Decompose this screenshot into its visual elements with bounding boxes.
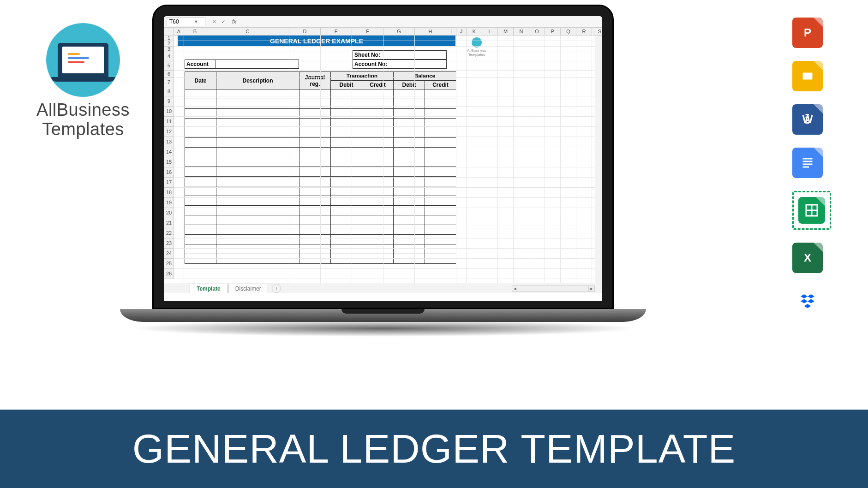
column-headers[interactable]: ABCDEFGHIJKLMNOPQRS bbox=[174, 27, 602, 36]
brand-logo-icon bbox=[46, 23, 120, 97]
page-banner: GENERAL LEDGER TEMPLATE bbox=[0, 410, 868, 488]
col-header-B[interactable]: B bbox=[184, 27, 206, 36]
col-trans-credit: Credit bbox=[362, 81, 394, 89]
row-header-9[interactable]: 9 bbox=[164, 96, 174, 107]
col-balance: Balance bbox=[394, 72, 456, 81]
row-header-16[interactable]: 16 bbox=[164, 167, 174, 178]
row-header-13[interactable]: 13 bbox=[164, 137, 174, 147]
col-header-E[interactable]: E bbox=[321, 27, 352, 36]
row-header-7[interactable]: 7 bbox=[164, 78, 174, 87]
laptop-mockup: ▼ ✕ ✓ fx ABCDEFGHIJKLMNOPQRS 12345678910… bbox=[152, 5, 614, 337]
row-header-23[interactable]: 23 bbox=[164, 238, 174, 249]
brand-logo: AllBusinessTemplates bbox=[35, 23, 132, 139]
formula-bar: ▼ ✕ ✓ fx bbox=[164, 16, 602, 27]
row-header-22[interactable]: 22 bbox=[164, 228, 174, 238]
col-header-M[interactable]: M bbox=[498, 27, 514, 36]
ledger-title: GENERAL LEDGER EXAMPLE bbox=[178, 36, 455, 47]
name-box[interactable]: ▼ bbox=[167, 17, 205, 26]
col-header-D[interactable]: D bbox=[289, 27, 321, 36]
select-all-corner[interactable] bbox=[164, 27, 174, 36]
sheet-tab-bar: Template Disclaimer + ◄ ► bbox=[164, 283, 602, 293]
google-slides-icon[interactable] bbox=[792, 61, 823, 91]
excel-icon[interactable]: X bbox=[792, 243, 823, 273]
col-transaction: Transaction bbox=[331, 72, 394, 81]
col-header-P[interactable]: P bbox=[545, 27, 561, 36]
spreadsheet-app: ▼ ✕ ✓ fx ABCDEFGHIJKLMNOPQRS 12345678910… bbox=[154, 6, 612, 308]
col-header-I[interactable]: I bbox=[446, 27, 456, 36]
scroll-left-icon[interactable]: ◄ bbox=[512, 286, 518, 292]
row-header-24[interactable]: 24 bbox=[164, 249, 174, 259]
row-header-21[interactable]: 21 bbox=[164, 218, 174, 228]
row-header-18[interactable]: 18 bbox=[164, 188, 174, 198]
laptop-shadow bbox=[129, 320, 637, 337]
vertical-scrollbar[interactable] bbox=[595, 27, 602, 283]
fx-label[interactable]: fx bbox=[232, 18, 236, 25]
row-header-14[interactable]: 14 bbox=[164, 147, 174, 157]
laptop-base bbox=[120, 309, 646, 322]
banner-title: GENERAL LEDGER TEMPLATE bbox=[132, 425, 736, 472]
google-sheets-highlighted[interactable] bbox=[792, 191, 831, 230]
col-bal-credit: Credit bbox=[425, 81, 456, 89]
brand-name: AllBusinessTemplates bbox=[35, 101, 132, 139]
col-header-R[interactable]: R bbox=[576, 27, 592, 36]
row-header-12[interactable]: 12 bbox=[164, 127, 174, 137]
row-header-3[interactable]: 3 bbox=[164, 47, 174, 52]
row-header-6[interactable]: 6 bbox=[164, 71, 174, 78]
row-header-26[interactable]: 26 bbox=[164, 269, 174, 279]
row-header-4[interactable]: 4 bbox=[164, 52, 174, 61]
row-header-5[interactable]: 5 bbox=[164, 61, 174, 71]
col-header-A[interactable]: A bbox=[174, 27, 184, 36]
row-header-25[interactable]: 25 bbox=[164, 259, 174, 269]
tab-disclaimer[interactable]: Disclaimer bbox=[228, 284, 268, 293]
col-header-F[interactable]: F bbox=[352, 27, 383, 36]
cell-area[interactable]: GENERAL LEDGER EXAMPLE AllBusiness Templ… bbox=[174, 36, 602, 293]
scroll-right-icon[interactable]: ► bbox=[588, 286, 595, 292]
powerpoint-icon[interactable]: P bbox=[792, 18, 823, 48]
tab-template[interactable]: Template bbox=[190, 284, 227, 293]
svg-rect-0 bbox=[803, 73, 813, 80]
row-header-8[interactable]: 8 bbox=[164, 87, 174, 96]
row-header-11[interactable]: 11 bbox=[164, 117, 174, 127]
google-sheets-icon[interactable] bbox=[798, 197, 825, 224]
col-trans-debit: Debit bbox=[331, 81, 362, 89]
row-header-20[interactable]: 20 bbox=[164, 208, 174, 218]
col-header-K[interactable]: K bbox=[467, 27, 482, 36]
col-bal-debit: Debit bbox=[394, 81, 425, 89]
add-sheet-button[interactable]: + bbox=[272, 284, 281, 293]
formula-cancel-icon[interactable]: ✕ bbox=[212, 18, 216, 25]
col-header-J[interactable]: J bbox=[456, 27, 467, 36]
col-header-O[interactable]: O bbox=[529, 27, 545, 36]
col-header-G[interactable]: G bbox=[383, 27, 415, 36]
spreadsheet-grid[interactable]: ABCDEFGHIJKLMNOPQRS 12345678910111213141… bbox=[164, 27, 602, 293]
row-header-17[interactable]: 17 bbox=[164, 178, 174, 188]
word-icon[interactable]: W bbox=[792, 104, 823, 135]
row-header-19[interactable]: 19 bbox=[164, 198, 174, 208]
cell-reference-input[interactable] bbox=[167, 18, 193, 25]
col-header-H[interactable]: H bbox=[415, 27, 446, 36]
row-header-15[interactable]: 15 bbox=[164, 157, 174, 167]
col-header-N[interactable]: N bbox=[514, 27, 529, 36]
col-header-S[interactable]: S bbox=[592, 27, 602, 36]
name-box-dropdown-icon[interactable]: ▼ bbox=[193, 19, 199, 24]
horizontal-scrollbar[interactable]: ◄ ► bbox=[512, 286, 595, 292]
row-headers[interactable]: 1234567891011121314151617181920212223242… bbox=[164, 36, 174, 279]
google-docs-icon[interactable] bbox=[792, 148, 823, 178]
col-header-Q[interactable]: Q bbox=[561, 27, 576, 36]
dropbox-icon[interactable] bbox=[792, 286, 823, 316]
format-icons-column: P W X bbox=[792, 18, 831, 316]
col-header-C[interactable]: C bbox=[206, 27, 289, 36]
row-header-10[interactable]: 10 bbox=[164, 107, 174, 117]
formula-accept-icon[interactable]: ✓ bbox=[221, 18, 226, 25]
col-header-L[interactable]: L bbox=[482, 27, 498, 36]
